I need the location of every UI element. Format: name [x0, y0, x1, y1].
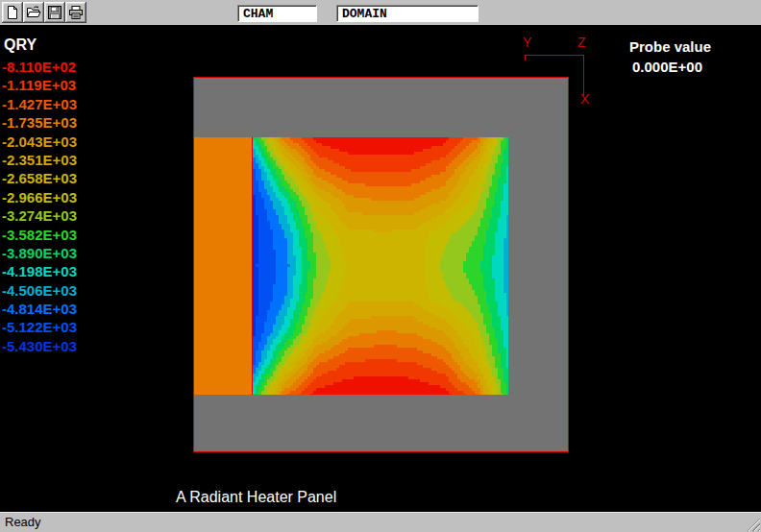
- legend-title: QRY: [4, 36, 37, 54]
- status-bar: Ready: [0, 512, 761, 532]
- cham-field[interactable]: [237, 5, 317, 22]
- print-button[interactable]: [65, 2, 86, 23]
- probe-value-readout: 0.000E+00: [632, 59, 702, 75]
- legend-entry: -1.427E+03: [2, 96, 77, 114]
- save-icon: [47, 5, 62, 20]
- legend-entry: -8.110E+02: [2, 59, 77, 77]
- contour-plot-canvas[interactable]: [253, 137, 508, 395]
- axis-x-label: X: [580, 91, 589, 107]
- legend-entry: -5.430E+03: [2, 338, 77, 356]
- heater-panel[interactable]: [194, 137, 252, 395]
- axis-triad-vertical-line: [583, 55, 584, 96]
- legend-entry: -5.122E+03: [2, 319, 77, 337]
- legend-entry: -1.119E+03: [2, 77, 77, 95]
- new-file-button[interactable]: [2, 2, 23, 23]
- print-icon: [68, 5, 84, 20]
- legend-entry: -4.814E+03: [2, 301, 77, 319]
- legend-entry: -2.658E+03: [2, 170, 77, 188]
- probe-value-label: Probe value: [629, 38, 711, 55]
- axis-triad-horizontal-line: [525, 55, 584, 56]
- axis-y-label: Y: [523, 35, 531, 50]
- contour-legend: -8.110E+02 -1.119E+03 -1.427E+03 -1.735E…: [2, 59, 77, 356]
- toolbar: [0, 0, 761, 26]
- legend-entry: -3.274E+03: [2, 207, 77, 226]
- open-file-button[interactable]: [23, 2, 44, 23]
- status-text: Ready: [5, 515, 41, 529]
- legend-entry: -3.890E+03: [2, 245, 77, 263]
- legend-entry: -4.506E+03: [2, 282, 77, 301]
- axis-triad-tick: [525, 55, 526, 60]
- legend-entry: -2.351E+03: [2, 152, 77, 170]
- axis-z-label: Z: [577, 35, 586, 50]
- open-folder-icon: [26, 5, 41, 20]
- plot-title: A Radiant Heater Panel: [176, 489, 336, 506]
- new-document-icon: [5, 5, 20, 20]
- save-button[interactable]: [44, 2, 65, 23]
- legend-entry: -1.735E+03: [2, 114, 77, 133]
- resize-grip-icon[interactable]: [747, 518, 760, 531]
- domain-field[interactable]: [336, 5, 479, 22]
- main-viewport: QRY -8.110E+02 -1.119E+03 -1.427E+03 -1.…: [0, 26, 761, 512]
- legend-entry: -2.966E+03: [2, 189, 77, 207]
- legend-entry: -2.043E+03: [2, 133, 77, 152]
- legend-entry: -3.582E+03: [2, 227, 77, 245]
- app-window: { "toolbar": { "buttons": [ {"icon": "ne…: [0, 0, 761, 532]
- legend-entry: -4.198E+03: [2, 263, 77, 281]
